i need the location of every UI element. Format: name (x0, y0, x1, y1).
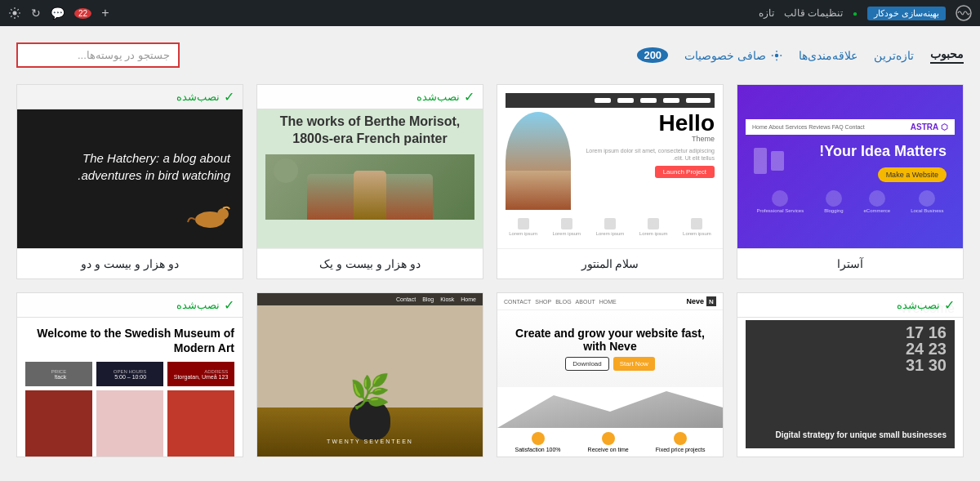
t17-plant-icon: 🌿 (350, 375, 390, 408)
neve-icon-circle-1 (674, 432, 687, 445)
theme-card-t22[interactable]: ✓ نصب‌شده The Hatchery: a blog about adv… (16, 84, 243, 279)
hello-nav-5 (595, 98, 611, 103)
hello-launch-button[interactable]: Launch Project (655, 166, 715, 178)
astra-cta-button[interactable]: Make a Website (878, 167, 947, 182)
theme-card-neve[interactable]: N Neve HOME ABOUT BLOG SHOP CONTACT Crea… (497, 292, 724, 457)
installed-label-t21: نصب‌شده (416, 91, 460, 103)
settings-gear-icon (771, 50, 782, 61)
theme-card-t17[interactable]: 🌿 Home Kiosk Blog Contact TWENTY SEVENTE… (256, 292, 483, 457)
t22-name: دو هزار و بیست و دو (17, 248, 243, 278)
filter-latest[interactable]: تازه‌ترین (874, 49, 914, 62)
astra-icon-label-2: eCommerce (864, 208, 891, 214)
welcome-subtitle: Digital strategy for unique small busine… (775, 430, 947, 440)
themes-page: محبوب تازه‌ترین علاقه‌مندی‌ها صافی خصوصی… (0, 26, 980, 474)
hello-icon-box-1 (691, 218, 702, 229)
theme-card-t21[interactable]: ✓ نصب‌شده The works of Berthe Morisot, 1… (256, 84, 483, 279)
neve-icon-label-1: Fixed price projects (656, 447, 706, 452)
hello-icon-4: Lorem ipsum (549, 218, 584, 236)
theme-card-hello[interactable]: Hello Theme Lorem ipsum dolor sit amet, … (497, 84, 724, 279)
wp-logo-icon[interactable] (956, 5, 972, 21)
filter-settings[interactable]: صافی خصوصیات (684, 49, 782, 62)
plus-icon[interactable]: + (101, 6, 109, 20)
installed-label-t22: نصب‌شده (176, 91, 220, 103)
comment-icon[interactable]: 💬 (51, 7, 65, 20)
hello-theme-label: Theme (577, 135, 715, 143)
t21-image (265, 154, 474, 220)
neve-preview: N Neve HOME ABOUT BLOG SHOP CONTACT Crea… (497, 293, 723, 457)
t21-name: دو هزار و بیست و یک (257, 248, 483, 278)
neve-content: N Neve HOME ABOUT BLOG SHOP CONTACT Crea… (497, 293, 723, 457)
gear-icon[interactable] (8, 7, 21, 20)
settings-link[interactable]: تنظیمات قالب (784, 7, 843, 19)
hello-icon-1: Lorem ipsum (679, 218, 715, 236)
new-link[interactable]: تازه (759, 7, 774, 19)
hello-icon-text-1: Lorem ipsum (679, 231, 715, 236)
installed-badge-swedish: ✓ نصب‌شده (17, 293, 243, 318)
neve-download-button[interactable]: Download (565, 357, 609, 371)
welcome-body: 16 17 23 24 30 31 Digital strategy for u… (746, 320, 955, 448)
swedish-price-text: PRICE tack! (50, 367, 68, 381)
hello-text: Hello Theme Lorem ipsum dolor sit amet, … (577, 112, 715, 210)
hello-description: Lorem ipsum dolor sit amet, consectetur … (577, 147, 715, 162)
hello-icon-text-4: Lorem ipsum (549, 231, 584, 236)
installed-badge-t21: ✓ نصب‌شده (257, 85, 483, 109)
astra-icon-label-3: Blogging (824, 208, 843, 214)
astra-figure-2 (754, 148, 767, 174)
installed-badge-t22: ✓ نصب‌شده (17, 85, 243, 109)
t17-navbar: Home Kiosk Blog Contact (257, 293, 483, 305)
astra-logo-bar: ⬡ ASTRA Home About Services Reviews FAQ … (746, 119, 955, 135)
astra-headline: Your Idea Matters! (819, 143, 947, 161)
t17-nav-contact: Contact (396, 296, 416, 302)
astra-name: آسترا (737, 248, 963, 278)
astra-circle-2 (869, 190, 885, 207)
swedish-address-label: ADDRESS (174, 369, 229, 374)
t17-nav-kiosk: Kiosk (440, 296, 454, 302)
hello-icon-box-4 (561, 218, 572, 229)
neve-nav-contact: CONTACT (504, 299, 531, 305)
total-count-badge: 200 (637, 47, 668, 63)
welcome-digits: 16 17 23 24 30 31 (906, 324, 947, 373)
swedish-gallery-1 (167, 390, 234, 457)
filter-popular[interactable]: محبوب (930, 47, 964, 64)
neve-nav-links: HOME ABOUT BLOG SHOP CONTACT (504, 299, 617, 305)
green-dot-icon: ● (853, 9, 858, 18)
search-input[interactable] (16, 42, 180, 68)
refresh-icon[interactable]: ↻ (31, 7, 41, 20)
astra-icon-3: Blogging (824, 190, 843, 214)
theme-card-swedish[interactable]: ✓ نصب‌شده Welcome to the Swedish Museum … (16, 292, 243, 457)
hello-icon-3: Lorem ipsum (592, 218, 627, 236)
t22-preview: The Hatchery: a blog about adventures in… (17, 85, 243, 248)
hello-icon-5: Lorem ipsum (506, 218, 541, 236)
astra-content: ⬡ ASTRA Home About Services Reviews FAQ … (737, 85, 963, 248)
hello-big-text: Hello (577, 112, 715, 135)
astra-nav: Home About Services Reviews FAQ Contact (752, 124, 865, 130)
t22-content: The Hatchery: a blog about adventures in… (17, 85, 243, 248)
swedish-hours-value: 10:00 – 5:00 (114, 374, 146, 380)
svg-point-4 (217, 208, 229, 220)
t17-label: TWENTY SEVENTEEN (257, 439, 483, 444)
svg-point-1 (13, 11, 17, 16)
neve-icon-fixed: Fixed price projects (656, 432, 706, 452)
installed-label-swedish: نصب‌شده (176, 299, 220, 311)
check-icon-t21: ✓ (464, 89, 474, 105)
hello-icons-row: Lorem ipsum Lorem ipsum Lorem ipsum (506, 214, 715, 240)
swedish-gallery-3 (25, 390, 92, 457)
neve-logo: N Neve (686, 296, 716, 306)
optimize-button[interactable]: بهینه‌سازی خودکار (867, 7, 946, 20)
filter-favorites[interactable]: علاقه‌مندی‌ها (799, 49, 858, 62)
swedish-gallery-2 (96, 390, 163, 457)
hello-nav-3 (640, 98, 657, 103)
neve-logo-box: N (706, 296, 716, 306)
theme-card-welcome[interactable]: ✓ نصب‌شده Welcome 16 17 23 24 30 31 Digi… (737, 292, 964, 457)
swedish-price-box: PRICE tack! (25, 362, 92, 386)
theme-card-astra[interactable]: ⬡ ASTRA Home About Services Reviews FAQ … (737, 84, 964, 279)
neve-icon-time: Receive on time (588, 432, 629, 452)
admin-bar-left: بهینه‌سازی خودکار ● تنظیمات قالب تازه (759, 5, 972, 21)
svg-point-2 (775, 53, 778, 56)
astra-icon-1: Local Business (911, 190, 943, 214)
hello-icon-box-5 (518, 218, 529, 229)
t21-figure (354, 171, 386, 220)
astra-hero: Your Idea Matters! Make a Website (746, 143, 955, 182)
notif-count-badge[interactable]: 22 (74, 8, 91, 19)
neve-start-button[interactable]: Start Now (613, 357, 655, 371)
